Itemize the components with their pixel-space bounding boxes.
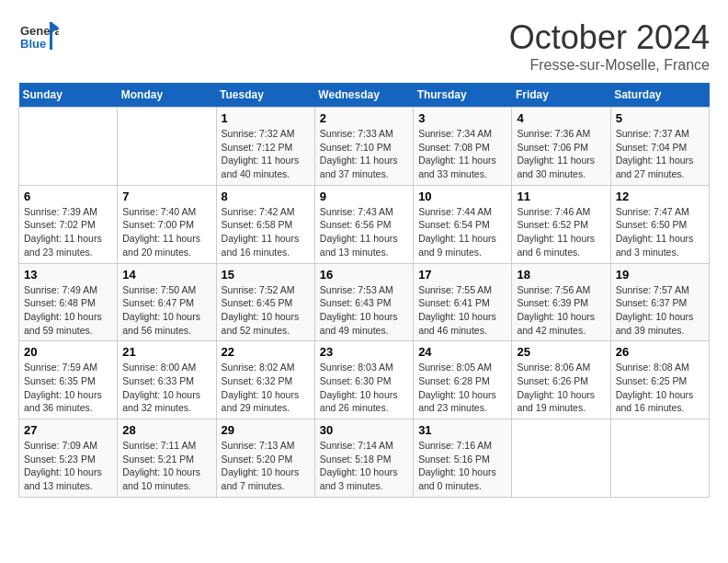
calendar-cell: 5Sunrise: 7:37 AM Sunset: 7:04 PM Daylig… bbox=[610, 108, 709, 186]
calendar-cell: 16Sunrise: 7:53 AM Sunset: 6:43 PM Dayli… bbox=[314, 263, 413, 341]
calendar-cell: 7Sunrise: 7:40 AM Sunset: 7:00 PM Daylig… bbox=[118, 185, 216, 263]
day-info: Sunrise: 8:06 AM Sunset: 6:26 PM Dayligh… bbox=[517, 361, 605, 415]
calendar-cell: 30Sunrise: 7:14 AM Sunset: 5:18 PM Dayli… bbox=[314, 419, 413, 498]
day-info: Sunrise: 8:05 AM Sunset: 6:28 PM Dayligh… bbox=[418, 361, 506, 415]
day-info: Sunrise: 7:44 AM Sunset: 6:54 PM Dayligh… bbox=[418, 205, 506, 259]
calendar-week-5: 27Sunrise: 7:09 AM Sunset: 5:23 PM Dayli… bbox=[19, 419, 710, 498]
day-info: Sunrise: 7:39 AM Sunset: 7:02 PM Dayligh… bbox=[24, 205, 112, 259]
calendar-week-3: 13Sunrise: 7:49 AM Sunset: 6:48 PM Dayli… bbox=[19, 263, 710, 341]
calendar-cell: 27Sunrise: 7:09 AM Sunset: 5:23 PM Dayli… bbox=[19, 419, 118, 498]
logo: General Blue bbox=[18, 18, 59, 59]
calendar-cell: 6Sunrise: 7:39 AM Sunset: 7:02 PM Daylig… bbox=[19, 185, 118, 263]
weekday-header-monday: Monday bbox=[118, 83, 216, 108]
day-number: 23 bbox=[320, 345, 408, 359]
day-info: Sunrise: 7:55 AM Sunset: 6:41 PM Dayligh… bbox=[418, 283, 506, 338]
day-number: 6 bbox=[24, 190, 112, 203]
calendar-cell bbox=[610, 419, 709, 498]
calendar-cell: 8Sunrise: 7:42 AM Sunset: 6:58 PM Daylig… bbox=[216, 185, 314, 263]
day-info: Sunrise: 7:16 AM Sunset: 5:16 PM Dayligh… bbox=[418, 439, 506, 493]
day-info: Sunrise: 7:47 AM Sunset: 6:50 PM Dayligh… bbox=[616, 205, 704, 259]
calendar-cell bbox=[19, 108, 118, 186]
calendar-cell: 22Sunrise: 8:02 AM Sunset: 6:32 PM Dayli… bbox=[216, 341, 314, 419]
day-info: Sunrise: 7:43 AM Sunset: 6:56 PM Dayligh… bbox=[320, 205, 408, 259]
day-info: Sunrise: 7:14 AM Sunset: 5:18 PM Dayligh… bbox=[320, 439, 408, 493]
day-info: Sunrise: 7:11 AM Sunset: 5:21 PM Dayligh… bbox=[122, 439, 210, 493]
day-info: Sunrise: 7:32 AM Sunset: 7:12 PM Dayligh… bbox=[222, 127, 310, 181]
calendar-cell: 28Sunrise: 7:11 AM Sunset: 5:21 PM Dayli… bbox=[118, 419, 216, 498]
title-block: October 2024 Fresse-sur-Moselle, France bbox=[509, 18, 710, 74]
month-title: October 2024 bbox=[509, 18, 710, 57]
day-info: Sunrise: 7:53 AM Sunset: 6:43 PM Dayligh… bbox=[320, 283, 408, 338]
calendar-cell: 14Sunrise: 7:50 AM Sunset: 6:47 PM Dayli… bbox=[118, 263, 216, 341]
page-header: General Blue October 2024 Fresse-sur-Mos… bbox=[18, 18, 710, 74]
day-info: Sunrise: 7:37 AM Sunset: 7:04 PM Dayligh… bbox=[616, 127, 704, 181]
calendar-cell: 15Sunrise: 7:52 AM Sunset: 6:45 PM Dayli… bbox=[216, 263, 314, 341]
day-number: 8 bbox=[222, 190, 310, 203]
calendar-cell: 11Sunrise: 7:46 AM Sunset: 6:52 PM Dayli… bbox=[512, 185, 610, 263]
day-number: 25 bbox=[517, 345, 605, 359]
calendar-cell: 10Sunrise: 7:44 AM Sunset: 6:54 PM Dayli… bbox=[414, 185, 512, 263]
day-number: 24 bbox=[418, 345, 506, 359]
calendar-cell bbox=[512, 419, 610, 498]
weekday-header-row: SundayMondayTuesdayWednesdayThursdayFrid… bbox=[19, 83, 710, 108]
day-info: Sunrise: 7:13 AM Sunset: 5:20 PM Dayligh… bbox=[222, 439, 310, 493]
calendar-table: SundayMondayTuesdayWednesdayThursdayFrid… bbox=[18, 83, 710, 498]
calendar-cell: 17Sunrise: 7:55 AM Sunset: 6:41 PM Dayli… bbox=[414, 263, 512, 341]
day-number: 5 bbox=[616, 111, 704, 125]
weekday-header-sunday: Sunday bbox=[19, 83, 118, 108]
day-number: 19 bbox=[616, 268, 704, 282]
calendar-cell bbox=[118, 108, 216, 186]
day-info: Sunrise: 7:49 AM Sunset: 6:48 PM Dayligh… bbox=[24, 283, 112, 338]
calendar-cell: 9Sunrise: 7:43 AM Sunset: 6:56 PM Daylig… bbox=[314, 185, 413, 263]
svg-rect-4 bbox=[50, 22, 52, 50]
calendar-cell: 12Sunrise: 7:47 AM Sunset: 6:50 PM Dayli… bbox=[610, 185, 709, 263]
day-info: Sunrise: 7:56 AM Sunset: 6:39 PM Dayligh… bbox=[517, 283, 605, 338]
day-number: 1 bbox=[222, 111, 310, 125]
day-number: 13 bbox=[24, 268, 112, 282]
weekday-header-thursday: Thursday bbox=[414, 83, 512, 108]
weekday-header-friday: Friday bbox=[512, 83, 610, 108]
day-number: 15 bbox=[222, 268, 310, 282]
calendar-cell: 29Sunrise: 7:13 AM Sunset: 5:20 PM Dayli… bbox=[216, 419, 314, 498]
calendar-cell: 25Sunrise: 8:06 AM Sunset: 6:26 PM Dayli… bbox=[512, 341, 610, 419]
day-number: 14 bbox=[122, 268, 210, 282]
day-info: Sunrise: 7:57 AM Sunset: 6:37 PM Dayligh… bbox=[616, 283, 704, 338]
calendar-cell: 3Sunrise: 7:34 AM Sunset: 7:08 PM Daylig… bbox=[414, 108, 512, 186]
calendar-cell: 20Sunrise: 7:59 AM Sunset: 6:35 PM Dayli… bbox=[19, 341, 118, 419]
day-number: 17 bbox=[418, 268, 506, 282]
calendar-cell: 4Sunrise: 7:36 AM Sunset: 7:06 PM Daylig… bbox=[512, 108, 610, 186]
calendar-cell: 1Sunrise: 7:32 AM Sunset: 7:12 PM Daylig… bbox=[216, 108, 314, 186]
calendar-cell: 24Sunrise: 8:05 AM Sunset: 6:28 PM Dayli… bbox=[414, 341, 512, 419]
day-number: 12 bbox=[616, 190, 704, 203]
day-number: 21 bbox=[122, 345, 210, 359]
calendar-cell: 18Sunrise: 7:56 AM Sunset: 6:39 PM Dayli… bbox=[512, 263, 610, 341]
weekday-header-tuesday: Tuesday bbox=[216, 83, 314, 108]
day-number: 3 bbox=[418, 111, 506, 125]
day-number: 30 bbox=[320, 423, 408, 437]
calendar-cell: 19Sunrise: 7:57 AM Sunset: 6:37 PM Dayli… bbox=[610, 263, 709, 341]
calendar-cell: 13Sunrise: 7:49 AM Sunset: 6:48 PM Dayli… bbox=[19, 263, 118, 341]
day-info: Sunrise: 7:36 AM Sunset: 7:06 PM Dayligh… bbox=[517, 127, 605, 181]
calendar-week-4: 20Sunrise: 7:59 AM Sunset: 6:35 PM Dayli… bbox=[19, 341, 710, 419]
day-number: 4 bbox=[517, 111, 605, 125]
svg-text:Blue: Blue bbox=[20, 37, 46, 51]
day-info: Sunrise: 8:08 AM Sunset: 6:25 PM Dayligh… bbox=[616, 361, 704, 415]
day-number: 22 bbox=[222, 345, 310, 359]
day-info: Sunrise: 7:52 AM Sunset: 6:45 PM Dayligh… bbox=[222, 283, 310, 338]
day-info: Sunrise: 7:50 AM Sunset: 6:47 PM Dayligh… bbox=[122, 283, 210, 338]
calendar-cell: 2Sunrise: 7:33 AM Sunset: 7:10 PM Daylig… bbox=[314, 108, 413, 186]
calendar-cell: 26Sunrise: 8:08 AM Sunset: 6:25 PM Dayli… bbox=[610, 341, 709, 419]
weekday-header-saturday: Saturday bbox=[610, 83, 709, 108]
day-number: 18 bbox=[517, 268, 605, 282]
day-info: Sunrise: 8:03 AM Sunset: 6:30 PM Dayligh… bbox=[320, 361, 408, 415]
day-number: 2 bbox=[320, 111, 408, 125]
calendar-week-1: 1Sunrise: 7:32 AM Sunset: 7:12 PM Daylig… bbox=[19, 108, 710, 186]
calendar-cell: 21Sunrise: 8:00 AM Sunset: 6:33 PM Dayli… bbox=[118, 341, 216, 419]
day-info: Sunrise: 7:59 AM Sunset: 6:35 PM Dayligh… bbox=[24, 361, 112, 415]
weekday-header-wednesday: Wednesday bbox=[314, 83, 413, 108]
day-info: Sunrise: 7:40 AM Sunset: 7:00 PM Dayligh… bbox=[122, 205, 210, 259]
day-number: 27 bbox=[24, 423, 112, 437]
day-info: Sunrise: 7:34 AM Sunset: 7:08 PM Dayligh… bbox=[418, 127, 506, 181]
day-number: 11 bbox=[517, 190, 605, 203]
day-number: 20 bbox=[24, 345, 112, 359]
